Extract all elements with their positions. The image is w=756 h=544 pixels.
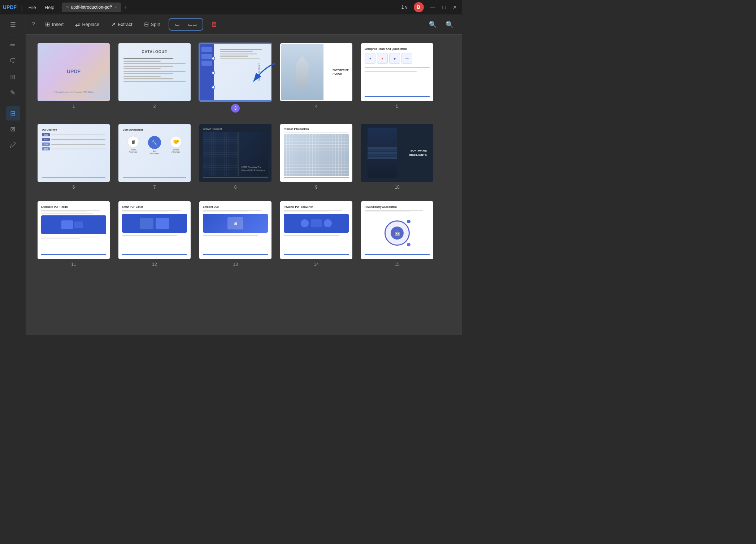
thumb-line (123, 76, 161, 77)
page-thumb-13[interactable]: Efficient OCR ⊞ (199, 201, 271, 259)
left-sidebar: ☰ ✏ 🗨 ⊞ ✎ ⊟ ⊠ 🖊 (0, 14, 26, 335)
sidebar-item-edit[interactable]: ✎ (6, 85, 20, 100)
two-page-btn[interactable]: ▭▭ (185, 20, 200, 28)
extract-btn[interactable]: ↗ Extract (107, 19, 136, 30)
two-page-icon: ▭▭ (188, 22, 197, 27)
page-item-3[interactable]: Company Profile 3 (199, 43, 271, 113)
sidebar-item-form[interactable]: ⊠ (6, 122, 20, 136)
page-number-11: 11 (71, 262, 76, 267)
app-logo: UPDF (3, 4, 17, 10)
page-item-7[interactable]: Core Advantages 🖥 ProductAdvantage 🔧 Tec… (118, 124, 191, 190)
help-menu[interactable]: Help (42, 3, 57, 12)
page-item-15[interactable]: Revolutionary AI Assistant 🤖 (361, 201, 433, 267)
sidebar-item-pen[interactable]: ✏ (6, 38, 20, 52)
insert-icon: ⊞ (45, 21, 50, 28)
page-number-1: 1 (73, 104, 75, 109)
thumb-line (123, 66, 173, 67)
thumb-line (123, 71, 186, 72)
page-item-9[interactable]: Product Introduction 9 (280, 124, 352, 190)
tab-close-btn[interactable]: × (114, 5, 117, 9)
sidebar-item-sign[interactable]: 🖊 (6, 138, 20, 152)
page-item-14[interactable]: Powerful PDF Converter (280, 201, 352, 267)
thumb-line (123, 61, 161, 62)
sidebar-item-comment[interactable]: 🗨 (6, 54, 20, 68)
title-bar: UPDF | File Help ✎ updf-introduction-pdf… (0, 0, 462, 14)
add-tab-btn[interactable]: + (123, 3, 129, 12)
page-item-4[interactable]: ENTERPRISEHONOR 4 (280, 43, 352, 113)
replace-btn[interactable]: ⇄ Replace (71, 19, 104, 30)
split-btn[interactable]: ⊟ Split (140, 19, 164, 30)
delete-btn[interactable]: 🗑 (209, 18, 220, 30)
page-thumb-6[interactable]: Our Journey 2019 2020 2021 (38, 124, 110, 182)
page-item-12[interactable]: Smart PDF Editor (118, 201, 191, 267)
page-number-15: 15 (395, 262, 399, 267)
page-item-1[interactable]: UPDF A Comprehensive AI Powered PDF Edit… (38, 43, 110, 113)
toolbar: ? ⊞ Insert ⇄ Replace ↗ Extract ⊟ Split ▭ (26, 14, 462, 35)
page-number-8: 8 (234, 185, 237, 190)
page-item-10[interactable]: SOFTWAREHIGHLIGHTS 10 (361, 124, 433, 190)
single-page-btn[interactable]: ▭ (172, 20, 182, 28)
page-number-9: 9 (315, 185, 318, 190)
page-number-6: 6 (73, 185, 75, 190)
pages-grid: UPDF A Comprehensive AI Powered PDF Edit… (26, 35, 462, 276)
page-number-7: 7 (153, 185, 156, 190)
page-thumb-11[interactable]: Enhanced PDF Reader (38, 201, 110, 259)
page-thumb-3[interactable]: Company Profile (199, 43, 271, 101)
maximize-btn[interactable]: □ (440, 4, 448, 11)
page-thumb-7[interactable]: Core Advantages 🖥 ProductAdvantage 🔧 Tec… (118, 124, 191, 182)
zoom-out-btn[interactable]: 🔍 (426, 19, 440, 30)
main-layout: ☰ ✏ 🗨 ⊞ ✎ ⊟ ⊠ 🖊 ? ⊞ Insert ⇄ Replace ↗ E… (0, 14, 462, 335)
help-btn[interactable]: ? (32, 21, 35, 28)
active-tab[interactable]: ✎ updf-introduction-pdf* × (62, 3, 121, 12)
insert-btn[interactable]: ⊞ Insert (41, 19, 68, 30)
extract-icon: ↗ (111, 21, 116, 28)
thumb-line (123, 78, 173, 79)
page-number-10: 10 (395, 185, 399, 190)
page-number-3: 3 (231, 104, 240, 113)
sidebar-divider-1 (7, 35, 19, 35)
file-menu[interactable]: File (26, 3, 39, 12)
sidebar-item-read[interactable]: ☰ (6, 17, 20, 32)
page-number-5: 5 (396, 104, 399, 109)
tab-area: ✎ updf-introduction-pdf* × + (62, 3, 399, 12)
page-thumb-15[interactable]: Revolutionary AI Assistant 🤖 (361, 201, 433, 259)
catalogue-label: CATALOGUE (142, 50, 168, 54)
page-number-4: 4 (315, 104, 318, 109)
page-thumb-10[interactable]: SOFTWAREHIGHLIGHTS (361, 124, 433, 182)
thumb-line (123, 58, 173, 59)
page-thumb-2[interactable]: CATALOGUE (118, 43, 191, 101)
page-thumb-1[interactable]: UPDF A Comprehensive AI Powered PDF Edit… (38, 43, 110, 101)
page-thumb-5[interactable]: Enterprise Honor And Qualification ★ ● ◆… (361, 43, 433, 101)
page-thumb-4[interactable]: ENTERPRISEHONOR (280, 43, 352, 101)
thumb-line (123, 73, 173, 74)
page-thumb-9[interactable]: Product Introduction (280, 124, 352, 182)
tab-icon: ✎ (66, 5, 69, 9)
page-thumb-12[interactable]: Smart PDF Editor (118, 201, 191, 259)
content-area: ? ⊞ Insert ⇄ Replace ↗ Extract ⊟ Split ▭ (26, 14, 462, 335)
page-split-group: ▭ ▭▭ (169, 18, 203, 31)
thumb-line (123, 63, 186, 64)
page-item-5[interactable]: Enterprise Honor And Qualification ★ ● ◆… (361, 43, 433, 113)
page-thumb-14[interactable]: Powerful PDF Converter (280, 201, 352, 259)
page-item-6[interactable]: Our Journey 2019 2020 2021 (38, 124, 110, 190)
single-page-icon: ▭ (175, 22, 179, 27)
sidebar-item-thumbnail[interactable]: ⊟ (6, 106, 20, 120)
thumb-line (123, 81, 186, 82)
divider: | (21, 4, 23, 11)
page-item-2[interactable]: CATALOGUE (118, 43, 191, 113)
sidebar-divider-2 (7, 103, 19, 103)
page-item-13[interactable]: Efficient OCR ⊞ (199, 201, 271, 267)
minimize-btn[interactable]: — (428, 4, 438, 11)
close-btn[interactable]: ✕ (451, 4, 459, 11)
thumb-line (123, 68, 161, 69)
zoom-in-btn[interactable]: 🔍 (443, 19, 456, 30)
tab-label: updf-introduction-pdf* (71, 5, 113, 10)
page-thumb-8[interactable]: Growth Prospect UPDF Powering TheFuture … (199, 124, 271, 182)
page-indicator: 1 ∨ (401, 5, 408, 10)
page-item-11[interactable]: Enhanced PDF Reader (38, 201, 110, 267)
replace-icon: ⇄ (75, 21, 80, 28)
user-avatar[interactable]: B (414, 2, 424, 12)
sidebar-item-organize[interactable]: ⊞ (6, 70, 20, 84)
split-icon: ⊟ (144, 21, 149, 28)
page-item-8[interactable]: Growth Prospect UPDF Powering TheFuture … (199, 124, 271, 190)
